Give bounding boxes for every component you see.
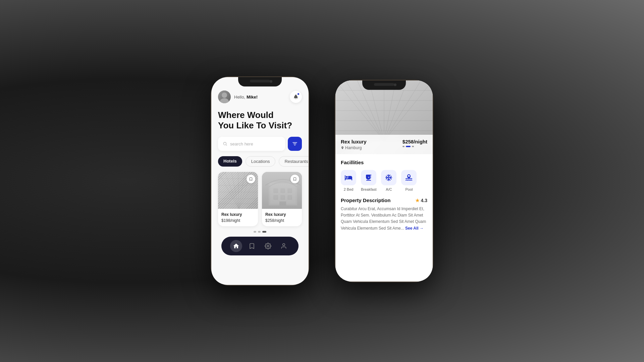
nav-bookmark[interactable] bbox=[246, 240, 258, 252]
location-pin-icon bbox=[341, 146, 344, 149]
nav-home[interactable] bbox=[230, 240, 242, 252]
ac-icon bbox=[385, 174, 393, 182]
notch-2 bbox=[362, 80, 406, 90]
detail-body: Facillities 2 Bed bbox=[335, 154, 433, 237]
tab-locations[interactable]: Locations bbox=[246, 156, 276, 167]
rating-value: 4.3 bbox=[421, 198, 427, 203]
carousel-dots bbox=[218, 231, 302, 233]
svg-point-1 bbox=[220, 98, 229, 103]
phone1-screen: Hello, Mike! Where Would You Like To Vis… bbox=[211, 77, 309, 285]
hotel-info-left: Rex luxury Hamburg bbox=[341, 139, 367, 150]
bookmark-icon-2 bbox=[293, 177, 297, 181]
svg-line-7 bbox=[218, 172, 239, 209]
search-row: search here bbox=[218, 137, 302, 151]
svg-line-9 bbox=[231, 172, 239, 209]
facility-bed-label: 2 Bed bbox=[344, 187, 354, 191]
star-icon: ★ bbox=[415, 198, 420, 203]
sdot-3 bbox=[412, 146, 414, 147]
home-icon bbox=[233, 243, 239, 249]
property-desc-header: Property Description ★ 4.3 bbox=[341, 197, 427, 203]
hotel-card-1[interactable]: Rex luxury $198/night bbox=[218, 172, 258, 226]
svg-line-8 bbox=[225, 172, 239, 209]
detail-price: $258/night bbox=[402, 139, 427, 144]
detail-hotel-name: Rex luxury bbox=[341, 139, 367, 144]
see-all-link[interactable]: See All → bbox=[405, 226, 424, 231]
greeting-label: Hello, bbox=[234, 95, 245, 100]
heading-line1: Where Would bbox=[218, 110, 302, 120]
svg-line-11 bbox=[239, 172, 245, 209]
breakfast-icon-box bbox=[361, 170, 376, 185]
facility-pool-label: Pool bbox=[405, 187, 413, 191]
facilities-row: 2 Bed Breakfast bbox=[341, 170, 427, 191]
tab-hotels[interactable]: Hotels bbox=[218, 156, 242, 167]
card-name-1: Rex luxury bbox=[221, 212, 255, 217]
bookmark-icon-1 bbox=[249, 177, 253, 181]
search-box[interactable]: search here bbox=[218, 137, 285, 151]
bed-icon-box bbox=[341, 170, 356, 185]
tabs-row: Hotels Locations Restaurants bbox=[218, 156, 302, 167]
svg-rect-22 bbox=[270, 184, 296, 204]
notification-dot bbox=[297, 93, 300, 95]
svg-point-0 bbox=[222, 93, 227, 98]
facility-breakfast: Breakfast bbox=[361, 170, 376, 191]
sdot-1 bbox=[402, 146, 405, 147]
ac-icon-box bbox=[381, 170, 396, 185]
avatar bbox=[218, 90, 231, 103]
svg-rect-3 bbox=[292, 142, 297, 143]
nav-profile[interactable] bbox=[278, 240, 290, 252]
search-placeholder: search here bbox=[230, 141, 253, 146]
card-image-1 bbox=[218, 172, 258, 209]
phone-1: Hello, Mike! Where Would You Like To Vis… bbox=[211, 77, 309, 285]
card-name-2: Rex luxury bbox=[265, 212, 299, 217]
card-image-2 bbox=[262, 172, 302, 209]
svg-rect-27 bbox=[281, 195, 285, 199]
detail-hero-image: Rex luxury Hamburg $258/night bbox=[335, 80, 433, 154]
hotel-card-2[interactable]: Rex luxury $258/night bbox=[262, 172, 302, 226]
phone2-screen: Rex luxury Hamburg $258/night bbox=[335, 80, 433, 282]
card-price-2: $258/night bbox=[265, 218, 299, 223]
bookmark-nav-icon bbox=[249, 243, 255, 249]
facilities-title: Facillities bbox=[341, 160, 427, 165]
heading-line2: You Like To Visit? bbox=[218, 120, 302, 131]
hotel-info-right: $258/night bbox=[402, 139, 427, 147]
hotel-cards: Rex luxury $198/night bbox=[218, 172, 302, 226]
svg-rect-4 bbox=[293, 144, 297, 144]
svg-rect-29 bbox=[279, 201, 286, 205]
nav-settings[interactable] bbox=[262, 240, 274, 252]
bottom-nav bbox=[221, 237, 299, 255]
greeting-section: Hello, Mike! bbox=[218, 90, 258, 103]
notification-button[interactable] bbox=[290, 91, 302, 103]
svg-rect-5 bbox=[294, 145, 296, 145]
property-desc-title: Property Description bbox=[341, 197, 390, 203]
card-info-2: Rex luxury $258/night bbox=[262, 209, 302, 226]
settings-icon bbox=[265, 243, 271, 249]
avatar-image bbox=[218, 90, 231, 103]
property-description-text: Curabitur Arcu Erat, Accumsan Id Imperdi… bbox=[341, 206, 427, 232]
svg-point-30 bbox=[267, 245, 269, 247]
search-icon bbox=[223, 141, 227, 146]
dot-2 bbox=[258, 231, 261, 233]
filter-button[interactable] bbox=[288, 137, 302, 151]
svg-line-10 bbox=[238, 172, 239, 209]
detail-location: Hamburg bbox=[341, 145, 367, 150]
dot-1 bbox=[254, 231, 256, 233]
facility-ac: A/C bbox=[381, 170, 396, 191]
pool-icon bbox=[405, 174, 413, 182]
facility-ac-label: A/C bbox=[386, 187, 392, 191]
pool-icon-box bbox=[401, 170, 417, 185]
username-label: Mike! bbox=[247, 95, 258, 100]
profile-icon bbox=[280, 243, 287, 249]
svg-rect-23 bbox=[274, 189, 278, 193]
svg-rect-21 bbox=[269, 182, 297, 205]
svg-rect-26 bbox=[274, 195, 278, 199]
facility-pool: Pool bbox=[401, 170, 417, 191]
hero-overlay: Rex luxury Hamburg $258/night bbox=[335, 135, 433, 154]
phone-2: Rex luxury Hamburg $258/night bbox=[335, 80, 433, 282]
svg-rect-25 bbox=[288, 189, 292, 193]
card-info-1: Rex luxury $198/night bbox=[218, 209, 258, 226]
main-heading: Where Would You Like To Visit? bbox=[218, 110, 302, 131]
header-row: Hello, Mike! bbox=[218, 90, 302, 103]
sdot-2-active bbox=[406, 146, 411, 147]
tab-restaurants[interactable]: Restaurants bbox=[279, 156, 309, 167]
avatar-svg bbox=[218, 90, 231, 103]
